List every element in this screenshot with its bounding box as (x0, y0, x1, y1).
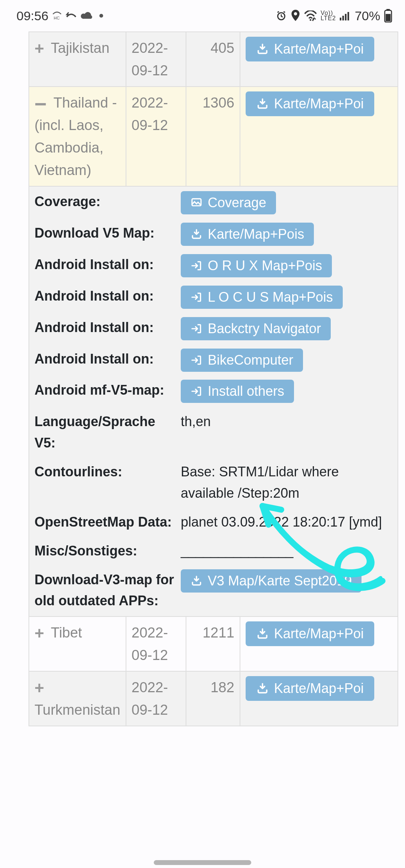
download-v5-button[interactable]: Karte/Map+Pois (181, 223, 314, 246)
download-icon (190, 575, 202, 587)
alarm-icon (276, 10, 287, 21)
install-others-label: Android mf-V5-map: (34, 380, 175, 404)
download-button[interactable]: Karte/Map+Poi (246, 621, 374, 646)
table-row: + Turkmenistan 2022-09-12 182 Karte/Map+… (29, 671, 398, 726)
battery-icon (384, 9, 392, 22)
install-icon (190, 354, 202, 366)
download-icon (190, 228, 202, 240)
signal-icon (340, 11, 351, 21)
download-button[interactable]: Karte/Map+Poi (246, 91, 374, 116)
size-cell: 182 (186, 671, 240, 726)
install-locus-label: Android Install on: (34, 286, 175, 310)
svg-rect-6 (345, 14, 346, 21)
button-label: Karte/Map+Poi (274, 41, 364, 57)
svg-rect-5 (342, 16, 344, 21)
gesture-bar (154, 860, 251, 865)
button-label: L O C U S Map+Pois (208, 289, 333, 305)
button-label: Backctry Navigator (208, 321, 321, 337)
expand-toggle[interactable]: + (34, 39, 44, 58)
download-button[interactable]: Karte/Map+Poi (246, 676, 374, 701)
button-label: O R U X Map+Pois (208, 258, 322, 274)
map-download-table: + Tajikistan 2022-09-12 405 Karte/Map+Po… (28, 31, 398, 726)
install-bikecomp-button[interactable]: BikeComputer (181, 349, 303, 372)
download-icon (256, 682, 269, 695)
size-cell: 1211 (186, 617, 240, 671)
svg-point-2 (294, 12, 297, 15)
date-cell: 2022-09-12 (126, 671, 186, 726)
button-label: BikeComputer (208, 352, 293, 368)
collapse-toggle[interactable]: − (34, 92, 47, 116)
lte-indicator: Vo))LTE2 (321, 10, 336, 21)
install-bikecomp-label: Android Install on: (34, 349, 175, 373)
svg-point-3 (310, 19, 311, 21)
button-label: Karte/Map+Poi (274, 626, 364, 642)
clock: 09:56 (16, 9, 48, 23)
button-label: Karte/Map+Poi (274, 681, 364, 696)
download-icon (256, 97, 269, 110)
osm-label: OpenStreetMap Data: (34, 512, 175, 533)
status-left: 09:56 HC (16, 9, 103, 23)
button-label: V3 Map/Karte Sept2019 (208, 573, 352, 589)
coverage-label: Coverage: (34, 191, 175, 215)
install-icon (190, 323, 202, 335)
button-label: Karte/Map+Pois (208, 226, 304, 242)
country-name: Turkmenistan (34, 702, 120, 718)
language-label: Language/Sprache V5: (34, 411, 175, 454)
date-cell: 2022-09-12 (126, 617, 186, 671)
coverage-button[interactable]: Coverage (181, 191, 276, 214)
download-v3-label: Download-V3-map for old outdated APPs: (34, 569, 175, 612)
contour-label: Contourlines: (34, 461, 175, 504)
download-v3-button[interactable]: V3 Map/Karte Sept2019 (181, 569, 362, 593)
table-row: + Tibet 2022-09-12 1211 Karte/Map+Poi (29, 617, 398, 671)
install-backctry-label: Android Install on: (34, 317, 175, 341)
install-backctry-button[interactable]: Backctry Navigator (181, 317, 331, 340)
misc-value: _______________ (181, 540, 392, 562)
install-others-button[interactable]: Install others (181, 380, 294, 403)
download-icon (256, 627, 269, 640)
location-icon (291, 10, 300, 22)
button-label: Karte/Map+Poi (274, 96, 364, 112)
missed-call-icon (66, 11, 77, 21)
button-label: Install others (208, 383, 284, 399)
install-orux-button[interactable]: O R U X Map+Pois (181, 254, 332, 277)
cloud-icon (81, 11, 93, 20)
size-cell: 1306 (186, 87, 240, 186)
country-name: Tibet (51, 625, 82, 641)
size-cell: 405 (186, 32, 240, 87)
wifi-icon (304, 10, 317, 21)
page-content: + Tajikistan 2022-09-12 405 Karte/Map+Po… (28, 31, 398, 864)
status-right: Vo))LTE2 70% (276, 9, 392, 23)
image-icon (190, 197, 202, 209)
svg-rect-4 (340, 18, 341, 21)
network-small-icon: HC (52, 12, 62, 20)
status-bar: 09:56 HC Vo))LTE2 70% (0, 0, 405, 31)
osm-value: planet 03.09.2022 18:20:17 [ymd] (181, 512, 392, 533)
svg-text:HC: HC (54, 16, 60, 20)
battery-pct: 70% (355, 9, 380, 23)
date-cell: 2022-09-12 (126, 32, 186, 87)
download-icon (256, 43, 269, 55)
download-v5-label: Download V5 Map: (34, 223, 175, 247)
download-button[interactable]: Karte/Map+Poi (246, 37, 374, 61)
expand-toggle[interactable]: + (34, 679, 44, 697)
svg-rect-10 (386, 14, 390, 21)
date-cell: 2022-09-12 (126, 87, 186, 186)
install-locus-button[interactable]: L O C U S Map+Pois (181, 286, 343, 309)
button-label: Coverage (208, 195, 266, 211)
install-icon (190, 260, 202, 272)
install-icon (190, 291, 202, 303)
country-name: Tajikistan (51, 40, 110, 56)
table-row: + Tajikistan 2022-09-12 405 Karte/Map+Po… (29, 32, 398, 87)
contour-value: Base: SRTM1/Lidar where available /Step:… (181, 461, 392, 504)
install-orux-label: Android Install on: (34, 254, 175, 278)
dot-icon (99, 14, 103, 18)
expand-toggle[interactable]: + (34, 624, 44, 642)
detail-panel: Coverage: Coverage Download V5 Map: (29, 186, 398, 617)
language-value: th,en (181, 411, 392, 454)
install-icon (190, 385, 202, 397)
svg-rect-7 (348, 12, 349, 21)
table-row: − Thailand - (incl. Laos, Cambodia, Viet… (29, 87, 398, 186)
misc-label: Misc/Sonstiges: (34, 540, 175, 562)
